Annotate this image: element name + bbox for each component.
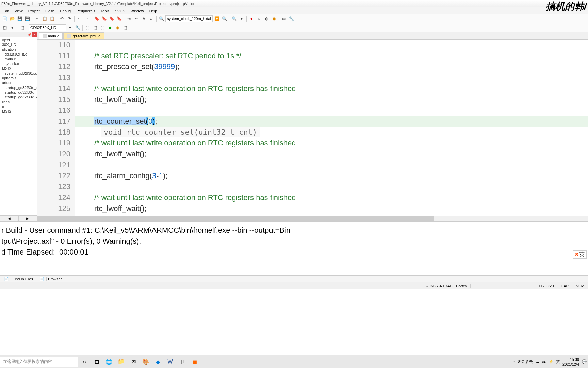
- download-icon[interactable]: ◆: [114, 24, 121, 31]
- menu-svcs[interactable]: SVCS: [112, 9, 128, 13]
- bookmark-next-icon[interactable]: 🔖: [108, 15, 115, 22]
- menu-flash[interactable]: Flash: [43, 9, 57, 13]
- tray-overflow-icon[interactable]: ^: [513, 360, 515, 364]
- tray-icon[interactable]: ⚡: [549, 359, 553, 364]
- menu-peripherals[interactable]: Peripherals: [74, 9, 98, 13]
- code-content[interactable]: /* set RTC prescaler: set RTC period to …: [75, 40, 588, 216]
- output-tab[interactable]: 📄Find In Files: [0, 277, 35, 281]
- code-area[interactable]: 1101111121131141151161171181191201211221…: [37, 40, 588, 216]
- build-output[interactable]: r Build - User command #1: C:\Keil_v5\\A…: [0, 221, 588, 275]
- word-icon[interactable]: W: [164, 356, 176, 367]
- code-line[interactable]: rtc_counter_set(0);: [75, 116, 588, 127]
- code-line[interactable]: [75, 159, 588, 170]
- tray-ime-icon[interactable]: 英: [556, 359, 560, 364]
- paste-icon[interactable]: 📋: [49, 15, 55, 22]
- indent-icon[interactable]: ⇥: [126, 15, 132, 22]
- tree-item[interactable]: systick.c: [0, 61, 37, 66]
- find-next-icon[interactable]: 🔽: [213, 15, 220, 22]
- nav-back-icon[interactable]: ←: [76, 15, 83, 22]
- bp-toggle-icon[interactable]: ◉: [271, 15, 277, 22]
- menu-view[interactable]: View: [12, 9, 26, 13]
- keil-icon[interactable]: µ: [176, 356, 189, 367]
- rebuild-icon[interactable]: ⬚: [92, 24, 98, 31]
- bookmark-prev-icon[interactable]: 🔖: [101, 15, 108, 22]
- nav-fwd-icon[interactable]: →: [83, 15, 90, 22]
- config-icon[interactable]: 🔧: [288, 15, 295, 22]
- zoom-dropdown-icon[interactable]: ▾: [238, 15, 245, 22]
- code-line[interactable]: rtc_prescaler_set(39999);: [75, 61, 588, 72]
- cortana-icon[interactable]: ○: [78, 356, 91, 367]
- outdent-icon[interactable]: ⇤: [133, 15, 140, 22]
- bookmark-icon[interactable]: 🔖: [93, 15, 100, 22]
- code-line[interactable]: [75, 105, 588, 116]
- taskbar-search[interactable]: 在这里输入你要搜索的内容: [0, 357, 78, 367]
- tray-icon[interactable]: ☁: [536, 359, 539, 364]
- code-line[interactable]: rtc_lwoff_wait();: [75, 94, 588, 105]
- scrollbar-thumb[interactable]: [37, 216, 434, 221]
- build-dropdown-icon[interactable]: ▾: [9, 24, 16, 31]
- menu-edit[interactable]: Edit: [0, 9, 12, 13]
- debug-icon[interactable]: 🔍: [231, 15, 238, 22]
- code-line[interactable]: [75, 181, 588, 192]
- menu-tools[interactable]: Tools: [98, 9, 112, 13]
- tree-item[interactable]: lities: [0, 99, 37, 104]
- taskbar-clock[interactable]: 15:39 2021/12/4: [562, 357, 579, 367]
- code-line[interactable]: [75, 40, 588, 50]
- menu-debug[interactable]: Debug: [57, 9, 74, 13]
- breakpoint-icon[interactable]: ●: [248, 15, 255, 22]
- tree-item[interactable]: MSIS: [0, 109, 37, 114]
- file-tab[interactable]: main.c: [39, 32, 63, 39]
- file-tab[interactable]: gd32f30x_pmu.c: [63, 32, 104, 39]
- tree-tab-scroll-left[interactable]: ◀: [0, 216, 19, 221]
- tree-item[interactable]: plication: [0, 47, 37, 52]
- tree-item[interactable]: startup_gd32f30x_xd.s: [0, 95, 37, 99]
- incremental-find-icon[interactable]: 🔍: [221, 15, 228, 22]
- tree-item[interactable]: c: [0, 104, 37, 109]
- dropdown-icon[interactable]: ▾: [67, 24, 74, 31]
- pin-icon[interactable]: 📌: [27, 32, 32, 37]
- menu-project[interactable]: Project: [26, 9, 43, 13]
- output-tab[interactable]: 📄Browser: [35, 277, 64, 281]
- tree-item[interactable]: oject: [0, 37, 37, 42]
- explorer-icon[interactable]: 📁: [115, 356, 127, 367]
- code-line[interactable]: /* set RTC prescaler: set RTC period to …: [75, 50, 588, 61]
- notifications-icon[interactable]: 💬: [582, 359, 587, 364]
- tree-item[interactable]: ripherals: [0, 76, 37, 80]
- batch-icon[interactable]: ⬚: [99, 24, 106, 31]
- redo-icon[interactable]: ↷: [66, 15, 73, 22]
- edge-icon[interactable]: 🌐: [103, 356, 115, 367]
- code-line[interactable]: rtc_lwoff_wait();: [75, 203, 588, 214]
- open-icon[interactable]: 📂: [9, 15, 16, 22]
- target-select[interactable]: GD32F30X_HD: [29, 24, 66, 31]
- stop-build-icon[interactable]: ◆: [107, 24, 113, 31]
- find-combo[interactable]: system_clock_120m_hxtal: [165, 15, 213, 22]
- new-icon[interactable]: 📄: [1, 15, 8, 22]
- tree-item[interactable]: MSIS: [0, 66, 37, 71]
- find-icon[interactable]: 🔍: [158, 15, 165, 22]
- translate-icon[interactable]: ⬚: [1, 24, 8, 31]
- tree-item[interactable]: 30X_HD: [0, 42, 37, 47]
- tray-icon[interactable]: 🕪: [542, 360, 546, 364]
- bp-kill-icon[interactable]: ◐: [263, 15, 270, 22]
- app-icon-1[interactable]: 🎨: [140, 356, 152, 367]
- bp-disable-icon[interactable]: ○: [256, 15, 262, 22]
- app-icon-3[interactable]: ◼: [189, 356, 201, 367]
- comment-icon[interactable]: //: [141, 15, 147, 22]
- ime-badge[interactable]: S 英: [573, 250, 587, 259]
- tree-tab-scroll-right[interactable]: ▶: [19, 216, 37, 221]
- tree-item[interactable]: main.c: [0, 57, 37, 61]
- code-line[interactable]: /* wait until last write operation on RT…: [75, 192, 588, 203]
- tree-item[interactable]: startup_gd32f30x_cl.s: [0, 85, 37, 90]
- uncomment-icon[interactable]: //: [148, 15, 155, 22]
- undo-icon[interactable]: ↶: [59, 15, 65, 22]
- build-target-icon[interactable]: ⬚: [19, 24, 26, 31]
- save-all-icon[interactable]: 💾: [24, 15, 31, 22]
- flash-icon[interactable]: ⬚: [121, 24, 128, 31]
- bookmark-clear-icon[interactable]: 🔖: [116, 15, 122, 22]
- code-line[interactable]: /* wait until last write operation on RT…: [75, 83, 588, 94]
- tree-item[interactable]: gd32f30x_it.c: [0, 52, 37, 57]
- horizontal-scrollbar[interactable]: [37, 216, 588, 221]
- tree-item[interactable]: startup_gd32f30x_hd.s: [0, 90, 37, 95]
- close-icon[interactable]: ×: [32, 32, 37, 37]
- code-line[interactable]: [75, 72, 588, 83]
